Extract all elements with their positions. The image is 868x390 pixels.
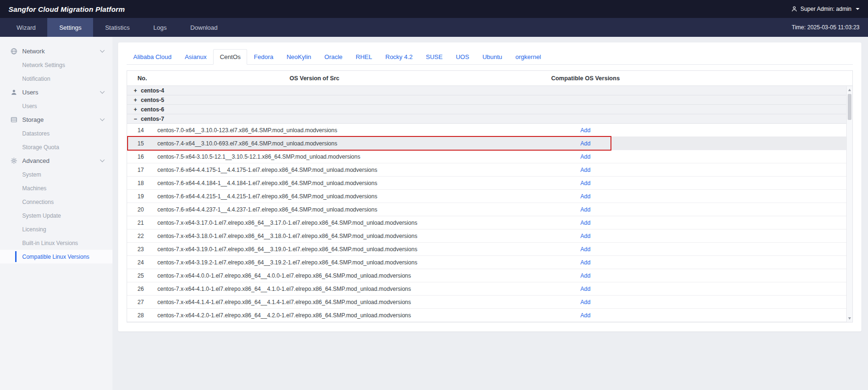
collapse-icon[interactable]: − <box>134 116 141 122</box>
cell-src-version: centos-7.x-x64-4.2.0-1.el7.elrepo.x86_64… <box>155 312 474 319</box>
sidebar-section-users[interactable]: Users <box>0 85 112 99</box>
table-scrollbar[interactable] <box>846 86 852 322</box>
app-title: Sangfor Cloud Migration Platform <box>9 5 125 13</box>
add-link[interactable]: Add <box>580 272 590 279</box>
sidebar-item-storage-quota[interactable]: Storage Quota <box>0 140 112 154</box>
group-row-centos-5[interactable]: +centos-5 <box>127 95 852 105</box>
sidebar-item-compatible-linux-versions[interactable]: Compatible Linux Versions <box>0 250 112 263</box>
add-link[interactable]: Add <box>580 233 590 239</box>
tab-fedora[interactable]: Fedora <box>247 49 280 65</box>
add-link[interactable]: Add <box>580 299 590 305</box>
globe-icon <box>10 48 17 55</box>
cell-no: 28 <box>127 312 155 319</box>
cell-no: 16 <box>127 153 155 160</box>
sidebar-item-system-update[interactable]: System Update <box>0 209 112 222</box>
add-link[interactable]: Add <box>580 220 590 226</box>
column-header-no: No. <box>127 75 155 82</box>
cell-compatible: Add <box>474 259 696 266</box>
cell-compatible: Add <box>474 140 696 147</box>
table-row: 25centos-7.x-x64-4.0.0-1.el7.elrepo.x86_… <box>127 269 852 282</box>
add-link[interactable]: Add <box>580 140 590 147</box>
tab-oracle[interactable]: Oracle <box>318 49 349 65</box>
sidebar-item-notification[interactable]: Notification <box>0 72 112 85</box>
table-row: 24centos-7.x-x64-3.19.2-1.el7.elrepo.x86… <box>127 256 852 269</box>
cell-src-version: centos-7.x-x64-4.1.4-1.el7.elrepo.x86_64… <box>155 299 474 305</box>
tab-centos[interactable]: CentOs <box>213 49 247 65</box>
add-link[interactable]: Add <box>580 167 590 173</box>
add-link[interactable]: Add <box>580 286 590 292</box>
add-link[interactable]: Add <box>580 312 590 319</box>
tab-rhel[interactable]: RHEL <box>349 49 379 65</box>
sidebar-item-network-settings[interactable]: Network Settings <box>0 58 112 72</box>
scrollbar-thumb[interactable] <box>848 94 851 120</box>
sidebar-section-label: Network <box>22 48 101 55</box>
cell-no: 21 <box>127 220 155 226</box>
cell-src-version: centos-7.6-x64-4.4.175-1__4.4.175-1.el7.… <box>155 167 474 173</box>
nav-item-settings[interactable]: Settings <box>47 18 93 37</box>
sidebar-item-built-in-linux-versions[interactable]: Built-in Linux Versions <box>0 236 112 250</box>
main-nav: WizardSettingsStatisticsLogsDownload Tim… <box>0 18 868 37</box>
tab-orgkernel[interactable]: orgkernel <box>509 49 548 65</box>
tab-uos[interactable]: UOS <box>449 49 476 65</box>
cell-compatible: Add <box>474 153 696 160</box>
group-row-centos-6[interactable]: +centos-6 <box>127 105 852 114</box>
add-link[interactable]: Add <box>580 127 590 134</box>
expand-icon[interactable]: + <box>134 87 141 94</box>
sidebar-section-storage[interactable]: Storage <box>0 113 112 127</box>
add-link[interactable]: Add <box>580 153 590 160</box>
cell-no: 26 <box>127 286 155 292</box>
table-row: 22centos-7.x-x64-3.18.0-1.el7.elrepo.x86… <box>127 229 852 243</box>
cell-compatible: Add <box>474 233 696 239</box>
expand-icon[interactable]: + <box>134 97 141 103</box>
main-content: Alibaba CloudAsianuxCentOsFedoraNeoKylin… <box>112 37 868 390</box>
group-row-centos-7[interactable]: −centos-7 <box>127 114 852 124</box>
group-row-centos-4[interactable]: +centos-4 <box>127 86 852 95</box>
sidebar-item-users[interactable]: Users <box>0 99 112 113</box>
sidebar-item-system[interactable]: System <box>0 168 112 181</box>
expand-icon[interactable]: + <box>134 106 141 113</box>
table-row: 27centos-7.x-x64-4.1.4-1.el7.elrepo.x86_… <box>127 296 852 309</box>
cell-src-version: centos-7.x-x64-3.17.0-1.el7.elrepo.x86_6… <box>155 220 474 226</box>
chevron-down-icon <box>100 117 105 121</box>
sidebar-item-datastores[interactable]: Datastores <box>0 127 112 140</box>
cell-no: 25 <box>127 272 155 279</box>
cell-no: 24 <box>127 259 155 266</box>
title-bar: Sangfor Cloud Migration Platform Super A… <box>0 0 868 18</box>
sidebar-item-machines[interactable]: Machines <box>0 181 112 195</box>
nav-item-logs[interactable]: Logs <box>141 18 178 37</box>
tab-neokylin[interactable]: NeoKylin <box>280 49 318 65</box>
cell-no: 18 <box>127 180 155 187</box>
tab-ubuntu[interactable]: Ubuntu <box>476 49 509 65</box>
nav-item-statistics[interactable]: Statistics <box>93 18 141 37</box>
cell-src-version: centos-7.6-x64-4.4.184-1__4.4.184-1.el7.… <box>155 180 474 187</box>
tab-alibaba-cloud[interactable]: Alibaba Cloud <box>127 49 178 65</box>
scroll-up-arrow-icon[interactable] <box>847 87 852 93</box>
sidebar-item-connections[interactable]: Connections <box>0 195 112 209</box>
cell-src-version: centos-7.x-x64-4.0.0-1.el7.elrepo.x86_64… <box>155 272 474 279</box>
cell-compatible: Add <box>474 220 696 226</box>
sidebar-section-network[interactable]: Network <box>0 44 112 58</box>
cell-compatible: Add <box>474 272 696 279</box>
scroll-down-arrow-icon[interactable] <box>847 315 852 322</box>
cell-compatible: Add <box>474 167 696 173</box>
tab-rocky-4-2[interactable]: Rocky 4.2 <box>379 49 420 65</box>
group-label: centos-5 <box>141 97 164 103</box>
chevron-down-icon <box>100 89 105 94</box>
nav-item-wizard[interactable]: Wizard <box>5 18 47 37</box>
user-menu[interactable]: Super Admin: admin <box>791 6 859 12</box>
tab-asianux[interactable]: Asianux <box>178 49 213 65</box>
add-link[interactable]: Add <box>580 206 590 213</box>
sidebar-section-advanced[interactable]: Advanced <box>0 154 112 168</box>
add-link[interactable]: Add <box>580 193 590 200</box>
nav-items: WizardSettingsStatisticsLogsDownload <box>0 18 229 37</box>
chevron-down-icon <box>100 158 105 162</box>
add-link[interactable]: Add <box>580 180 590 187</box>
tab-suse[interactable]: SUSE <box>419 49 449 65</box>
add-link[interactable]: Add <box>580 259 590 266</box>
sidebar-item-licensing[interactable]: Licensing <box>0 222 112 236</box>
table-row: 16centos-7.5-x64-3.10.5-12.1__3.10.5-12.… <box>127 150 852 163</box>
nav-item-download[interactable]: Download <box>179 18 230 37</box>
sidebar-section-label: Users <box>22 89 101 96</box>
user-icon <box>10 89 17 96</box>
add-link[interactable]: Add <box>580 246 590 253</box>
